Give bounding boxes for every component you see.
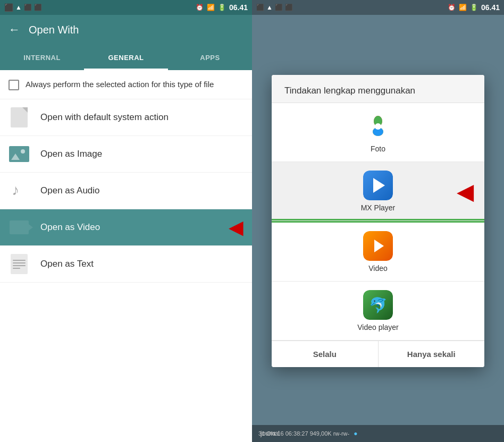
menu-text-text: Open as Text: [40, 259, 94, 269]
complete-action-dialog: Tindakan lengkap menggunakan Foto: [272, 75, 484, 367]
audio-icon: [9, 180, 30, 201]
tab-apps[interactable]: APPS: [168, 45, 252, 70]
dialog-title: Tindakan lengkap menggunakan: [272, 75, 484, 103]
status-time-right: 06.41: [481, 3, 500, 12]
always-perform-checkbox[interactable]: [9, 80, 19, 90]
r-notif-icon: ⬛: [256, 4, 264, 11]
tab-internal[interactable]: INTERNAL: [0, 45, 84, 70]
app-list: Foto MX Player ◀: [272, 103, 484, 221]
app-list-2: Video 🐬 Video player: [272, 223, 484, 341]
app-item-foto[interactable]: Foto: [272, 103, 484, 162]
toolbar-title: Open With: [29, 24, 79, 36]
menu-item-default[interactable]: Open with default system action: [0, 99, 252, 136]
bottom-label-bar: journal: [252, 425, 504, 442]
menu-text-image: Open as Image: [40, 149, 102, 159]
always-perform-label: Always perform the selected action for t…: [26, 79, 214, 90]
content-area: Always perform the selected action for t…: [0, 70, 252, 442]
r-wifi-icon: ▲: [266, 4, 273, 11]
signal-icon: 📶: [207, 4, 215, 11]
status-icons-left: ⬛ ▲ ⬛ ⬛: [4, 3, 42, 12]
dolphin-icon: 🐬: [363, 290, 393, 320]
status-bar-left: ⬛ ▲ ⬛ ⬛ ⏰ 📶 🔋 06.41: [0, 0, 252, 15]
menu-item-audio[interactable]: Open as Audio: [0, 173, 252, 209]
bb-icon: ⬛: [34, 4, 42, 11]
svg-point-5: [375, 123, 381, 130]
videoplayer-app-name: Video player: [357, 323, 399, 332]
checkbox-row[interactable]: Always perform the selected action for t…: [0, 70, 252, 99]
image-icon: [9, 143, 30, 165]
back-button[interactable]: ←: [9, 23, 20, 37]
mx-app-icon: [363, 171, 393, 200]
journal-label: journal: [261, 430, 280, 437]
menu-text-default: Open with default system action: [40, 112, 169, 123]
video-app-name: Video: [368, 264, 388, 273]
bbm-icon: ⬛: [24, 4, 32, 11]
video-icon: [9, 217, 30, 238]
left-panel: ⬛ ▲ ⬛ ⬛ ⏰ 📶 🔋 06.41 ← Open With INTERNAL…: [0, 0, 252, 442]
r-alarm-icon: ⏰: [448, 4, 456, 11]
google-photos-svg: [363, 112, 393, 141]
menu-item-text[interactable]: Open as Text: [0, 246, 252, 283]
right-panel: ⬛ ▲ ⬛ ⬛ ⏰ 📶 🔋 06.41 Tindakan lengkap men…: [252, 0, 504, 442]
video-app-icon: [363, 231, 393, 261]
menu-text-video: Open as Video: [40, 222, 100, 233]
tabs-bar: INTERNAL GENERAL APPS: [0, 45, 252, 70]
selected-indicator: [272, 219, 484, 220]
r-battery-icon: 🔋: [470, 4, 478, 11]
dialog-actions: Selalu Hanya sekali: [272, 341, 484, 367]
toolbar: ← Open With: [0, 15, 252, 45]
wifi-icon: ▲: [15, 4, 22, 11]
app-item-mxplayer[interactable]: MX Player ◀: [272, 162, 484, 221]
status-bar-right: ⬛ ▲ ⬛ ⬛ ⏰ 📶 🔋 06.41: [252, 0, 504, 15]
app-item-video[interactable]: Video: [272, 223, 484, 282]
document-icon: [9, 107, 30, 128]
selalu-button[interactable]: Selalu: [272, 341, 379, 367]
menu-item-video[interactable]: Open as Video ◀: [0, 209, 252, 246]
menu-item-image[interactable]: Open as Image: [0, 136, 252, 173]
status-time-left: 06.41: [229, 3, 248, 12]
tab-general[interactable]: GENERAL: [84, 45, 168, 70]
r-bbm-icon: ⬛: [275, 4, 283, 11]
hanya-sekali-button[interactable]: Hanya sekali: [379, 341, 485, 367]
foto-app-name: Foto: [371, 144, 385, 153]
r-bb-icon: ⬛: [285, 4, 293, 11]
red-arrow-video: ◀: [229, 216, 243, 239]
notification-icon: ⬛: [4, 3, 13, 12]
red-arrow-mx: ◀: [457, 178, 474, 205]
text-file-icon: [9, 253, 30, 275]
alarm-icon: ⏰: [196, 4, 204, 11]
videoplayer-app-icon: 🐬: [363, 290, 393, 320]
mx-app-name: MX Player: [361, 203, 396, 212]
foto-app-icon: [363, 112, 393, 141]
r-signal-icon: 📶: [459, 4, 467, 11]
battery-icon: 🔋: [218, 4, 226, 11]
app-item-videoplayer[interactable]: 🐬 Video player: [272, 282, 484, 341]
menu-text-audio: Open as Audio: [40, 185, 100, 196]
